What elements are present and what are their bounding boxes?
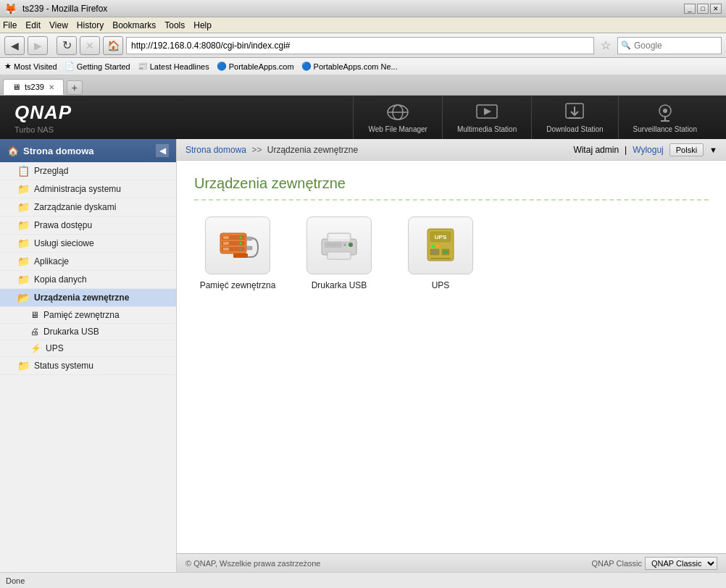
ups-icon-box: UPS [408, 217, 473, 274]
logout-link[interactable]: Wyloguj [633, 145, 664, 155]
menu-view[interactable]: View [49, 20, 68, 30]
bookmark-portableapps[interactable]: 🔵 PortableApps.com [217, 62, 294, 71]
sidebar-title: Strona domowa [23, 146, 94, 156]
svg-rect-40 [432, 251, 434, 253]
device-item-printer[interactable]: Drukarka USB [296, 217, 383, 290]
pamiec-label: Pamięć zewnętrzna [43, 310, 120, 320]
close-button[interactable]: ✕ [710, 4, 722, 14]
menu-bookmarks[interactable]: Bookmarks [112, 20, 156, 30]
home-button[interactable]: 🏠 [103, 36, 123, 55]
sidebar-subitem-pamiec[interactable]: 🖥 Pamięć zewnętrzna [0, 307, 176, 324]
printer-icon-box [306, 217, 372, 274]
most-visited-icon: ★ [4, 62, 12, 71]
sidebar-item-status[interactable]: 📁 Status systemu [0, 357, 176, 375]
drukarka-label: Drukarka USB [43, 327, 99, 337]
sidebar-item-uslugi[interactable]: 📁 Usługi sieciowe [0, 235, 176, 253]
bookmark-getting-started[interactable]: 📄 Getting Started [64, 62, 130, 71]
prawa-icon: 📁 [17, 219, 30, 231]
browser-menubar: File Edit View History Bookmarks Tools H… [0, 17, 726, 33]
storage-device-icon [214, 226, 261, 265]
svg-rect-27 [329, 235, 349, 236]
device-item-storage[interactable]: Pamięć zewnętrzna [194, 217, 281, 290]
bookmarks-bar: ★ Most Visited 📄 Getting Started 📰 Lates… [0, 58, 726, 75]
svg-rect-24 [233, 253, 248, 258]
sidebar-item-administracja[interactable]: 📁 Administracja systemu [0, 180, 176, 198]
sidebar-item-kopia[interactable]: 📁 Kopia danych [0, 271, 176, 289]
uslugi-icon: 📁 [17, 238, 30, 249]
svg-rect-22 [246, 237, 252, 240]
svg-rect-44 [430, 258, 451, 259]
sidebar-item-urzadzenia[interactable]: 📂 Urządzenia zewnętrzne [0, 289, 176, 307]
ups-label: UPS [432, 280, 450, 290]
bookmark-latest-headlines[interactable]: 📰 Latest Headlines [138, 62, 209, 71]
zarzadzanie-icon: 📁 [17, 201, 30, 213]
nav-web-file-manager[interactable]: Web File Manager [353, 96, 442, 139]
tab-ts239[interactable]: 🖥 ts239 ✕ [3, 79, 64, 95]
menu-edit[interactable]: Edit [25, 20, 41, 30]
administracja-label: Administracja systemu [34, 184, 121, 194]
forward-button[interactable]: ▶ [28, 36, 48, 55]
content-main: Urządzenia zewnętrzne [177, 161, 726, 553]
address-bar[interactable] [126, 37, 594, 54]
sidebar-subitem-drukarka[interactable]: 🖨 Drukarka USB [0, 324, 176, 340]
footer-right: QNAP Classic QNAP Classic [592, 557, 717, 570]
search-input[interactable] [634, 41, 721, 51]
sidebar-item-aplikacje[interactable]: 📁 Aplikacje [0, 253, 176, 271]
tab-label: ts239 [25, 83, 44, 91]
header-actions: Witaj admin | Wyloguj Polski ▼ [573, 143, 717, 156]
stop-button[interactable]: ✕ [80, 36, 100, 55]
zarzadzanie-label: Zarządzanie dyskami [34, 202, 116, 212]
sidebar-item-zarzadzanie[interactable]: 📁 Zarządzanie dyskami [0, 198, 176, 217]
surveillance-station-icon [654, 102, 677, 122]
svg-rect-41 [435, 251, 438, 253]
theme-dropdown[interactable]: QNAP Classic [645, 557, 717, 570]
drukarka-icon: 🖨 [30, 327, 39, 337]
kopia-label: Kopia danych [34, 274, 87, 285]
menu-history[interactable]: History [77, 20, 104, 30]
minimize-button[interactable]: _ [684, 4, 696, 14]
nav-multimedia-station[interactable]: Multimedia Station [442, 96, 531, 139]
headlines-icon: 📰 [138, 62, 148, 71]
tabs-bar: 🖥 ts239 ✕ + [0, 75, 726, 96]
svg-point-20 [240, 243, 242, 245]
bookmark-star-button[interactable]: ☆ [597, 37, 614, 54]
svg-point-31 [343, 243, 346, 246]
device-grid: Pamięć zewnętrzna [194, 209, 709, 290]
page-title: Urządzenia zewnętrzne [194, 175, 709, 201]
menu-tools[interactable]: Tools [164, 20, 185, 30]
ups-icon: ⚡ [30, 343, 41, 353]
browser-titlebar: 🦊 ts239 - Mozilla Firefox _ □ ✕ [0, 0, 726, 17]
download-station-label: Download Station [546, 125, 603, 133]
svg-marker-4 [484, 108, 491, 115]
bookmark-most-visited[interactable]: ★ Most Visited [4, 62, 57, 71]
bookmark-portableapps-ne[interactable]: 🔵 PortableApps.com Ne... [301, 62, 398, 71]
new-tab-button[interactable]: + [67, 80, 83, 95]
portableapps-icon: 🔵 [217, 62, 227, 71]
sidebar-collapse-button[interactable]: ◀ [156, 144, 169, 157]
maximize-button[interactable]: □ [697, 4, 709, 14]
qnap-tagline: Turbo NAS [14, 125, 72, 134]
sidebar-subitem-ups[interactable]: ⚡ UPS [0, 340, 176, 357]
language-button[interactable]: Polski [669, 143, 704, 156]
menu-file[interactable]: File [3, 20, 17, 30]
svg-rect-29 [327, 252, 351, 259]
nav-download-station[interactable]: Download Station [531, 96, 617, 139]
sidebar-item-przeglad[interactable]: 📋 Przegląd [0, 162, 176, 180]
sidebar-item-prawa[interactable]: 📁 Prawa dostępu [0, 217, 176, 235]
svg-point-19 [240, 237, 242, 239]
breadcrumb-home-link[interactable]: Strona domowa [185, 145, 246, 155]
svg-rect-23 [246, 246, 252, 250]
menu-help[interactable]: Help [193, 20, 212, 30]
main-area: 🏠 Strona domowa ◀ 📋 Przegląd 📁 Administr… [0, 139, 726, 572]
tab-close-button[interactable]: ✕ [49, 83, 54, 91]
reload-button[interactable]: ↻ [57, 36, 77, 55]
sidebar-header: 🏠 Strona domowa ◀ [0, 139, 176, 162]
lang-dropdown-icon[interactable]: ▼ [709, 146, 717, 154]
nav-surveillance-station[interactable]: Surveillance Station [618, 96, 712, 139]
svg-point-38 [436, 245, 439, 248]
device-item-ups[interactable]: UPS [397, 217, 484, 290]
user-greeting: Witaj admin [573, 145, 619, 155]
przeglad-icon: 📋 [17, 165, 30, 177]
back-button[interactable]: ◀ [4, 36, 25, 55]
search-engine-icon: 🔍 [618, 41, 634, 50]
